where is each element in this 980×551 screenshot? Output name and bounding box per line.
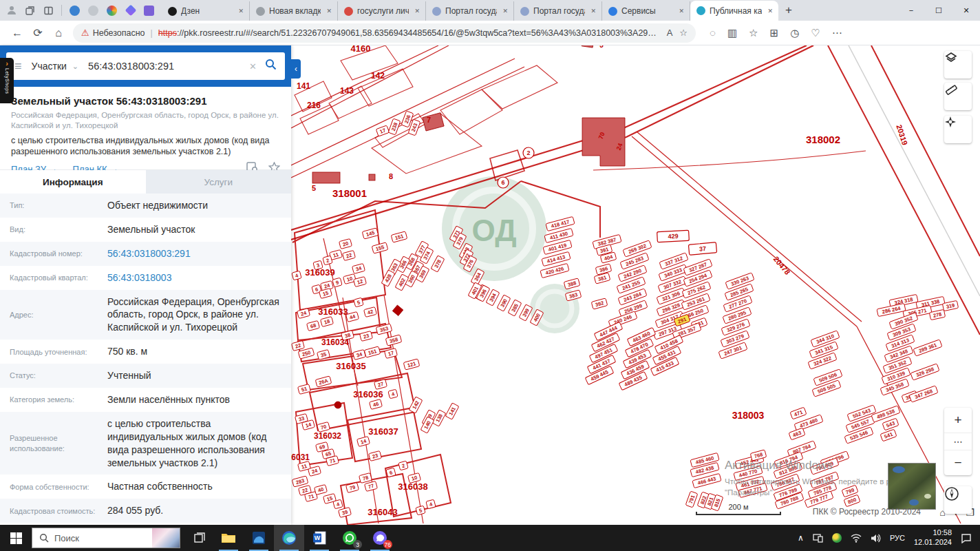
parcel-cell[interactable]: 34 xyxy=(353,350,366,360)
parcel-cell[interactable]: 4 xyxy=(292,271,301,280)
tray-expand-caret[interactable]: ∧ xyxy=(798,533,804,543)
parcel-cell[interactable]: 378 xyxy=(431,256,445,272)
search-daily-image[interactable] xyxy=(152,528,180,548)
parcel-cell[interactable]: 78 xyxy=(359,473,372,484)
browser-tab[interactable]: Новая вкладк✕ xyxy=(250,1,338,21)
settings-menu-icon[interactable]: ⋯ xyxy=(832,27,842,39)
minimize-button[interactable]: − xyxy=(897,0,925,21)
parcel-cell[interactable]: 22 xyxy=(343,251,356,261)
split-screen-icon[interactable]: ▥ xyxy=(727,27,737,39)
map-canvas[interactable]: ОД xyxy=(291,45,980,525)
parcel-cell[interactable]: 768 xyxy=(750,450,767,461)
extension-icon-grid[interactable] xyxy=(143,5,155,17)
parcel-cell[interactable]: 392 xyxy=(591,298,608,309)
browser-tab[interactable]: Публичная ка✕ xyxy=(690,1,778,21)
device-icon[interactable] xyxy=(813,533,823,543)
my-location-button[interactable] xyxy=(944,116,972,143)
parcel-cell[interactable]: 20 xyxy=(339,239,352,249)
parcel-cell[interactable]: 141 xyxy=(445,403,459,419)
parcel-cell[interactable]: 5 xyxy=(416,506,425,515)
parcel-cell[interactable]: 40 xyxy=(315,485,328,495)
parcel-cell[interactable]: 9 xyxy=(332,278,342,287)
parcel-cell[interactable]: 4 xyxy=(333,499,343,509)
clear-search-icon[interactable]: ✕ xyxy=(249,61,257,72)
parcel-cell[interactable]: 463 xyxy=(789,428,805,440)
parcel-cell[interactable]: 6 xyxy=(386,468,396,477)
compass-button[interactable] xyxy=(944,486,972,514)
parcel-cell[interactable]: 151 xyxy=(391,231,407,242)
collections-icon[interactable]: ⊞ xyxy=(770,27,779,39)
parcel-cell[interactable]: 22 xyxy=(292,341,305,351)
browser-essentials-icon[interactable]: ♡ xyxy=(811,27,820,39)
parcel-cell[interactable]: 250 xyxy=(298,348,315,359)
workspaces-icon[interactable] xyxy=(24,5,36,17)
wifi-icon[interactable] xyxy=(851,534,862,543)
url-field[interactable]: ⚠ Небезопасно | https://pkk.rosreestr.ru… xyxy=(73,23,696,43)
tab-information[interactable]: Информация xyxy=(0,170,146,194)
favorite-star-icon[interactable]: ☆ xyxy=(679,28,688,38)
extension-icon-color[interactable] xyxy=(106,5,118,17)
edge-browser-icon[interactable] xyxy=(274,525,304,551)
notification-center-icon[interactable] xyxy=(961,533,972,543)
parcel-cell[interactable]: 42 xyxy=(364,307,377,318)
back-button[interactable]: ← xyxy=(7,27,28,39)
parcel-cell[interactable]: 269 302 xyxy=(623,240,652,257)
refresh-button[interactable]: ⟳ xyxy=(28,26,48,39)
chevron-down-icon[interactable]: ⌄ xyxy=(72,62,78,71)
browser-tab[interactable]: Дзен✕ xyxy=(162,1,250,21)
parcel-cell[interactable]: 326 298 xyxy=(910,364,939,380)
layers-button[interactable] xyxy=(944,51,972,79)
road-parcel-circle[interactable]: 6 xyxy=(498,177,509,188)
favorites-icon[interactable]: ☆ xyxy=(749,27,758,39)
parcel-cell[interactable]: 543 xyxy=(882,418,899,430)
browser-tab[interactable]: Сервисы✕ xyxy=(602,1,690,21)
tab-services[interactable]: Услуги xyxy=(146,170,292,194)
row-value-link[interactable]: 56:43:0318003 xyxy=(107,271,284,284)
copilot-icon[interactable]: ◌ xyxy=(710,27,716,39)
parcel-cell[interactable]: 429 xyxy=(657,230,690,242)
parcel-cell[interactable]: 140 xyxy=(420,417,434,433)
parcel-cell[interactable]: 68 xyxy=(307,321,320,331)
measure-ruler-button[interactable] xyxy=(944,83,972,110)
volume-icon[interactable] xyxy=(871,534,881,543)
menu-hamburger-icon[interactable]: ≡ xyxy=(14,59,22,74)
minimap-thumbnail[interactable] xyxy=(888,463,936,510)
split-window-icon[interactable] xyxy=(43,5,54,17)
browser-tab[interactable]: Портал госуда✕ xyxy=(426,1,514,21)
search-icon[interactable] xyxy=(265,59,277,74)
history-icon[interactable]: ◷ xyxy=(790,27,799,39)
maximize-button[interactable]: ☐ xyxy=(925,0,952,21)
photos-app-icon[interactable] xyxy=(244,525,274,551)
parcel-cell[interactable]: 23 xyxy=(360,331,373,342)
parcel-cell[interactable]: 2 xyxy=(323,256,332,265)
parcel-cell[interactable]: 24 xyxy=(297,309,310,319)
parcel-cell[interactable]: 37 xyxy=(688,242,716,255)
parcel-cell[interactable]: 121 xyxy=(403,359,420,370)
whatsapp-icon[interactable]: 3 xyxy=(334,525,365,551)
parcel-cell[interactable]: 5 xyxy=(354,298,363,307)
road-parcel-circle[interactable]: 2 xyxy=(523,147,534,158)
parcel-cell[interactable]: 386 xyxy=(595,264,612,275)
parcel-cell[interactable]: 35 xyxy=(317,350,330,360)
read-aloud-icon[interactable]: A xyxy=(667,28,673,38)
parcel-cell[interactable]: 23 xyxy=(369,451,382,461)
parcel-cell[interactable]: 39 xyxy=(339,508,352,518)
parcel-cell[interactable]: 145 xyxy=(362,228,379,239)
search-bar[interactable]: ≡ Участки ⌄ ✕ xyxy=(6,52,285,80)
cadastral-map[interactable]: ОД xyxy=(291,45,980,525)
tab-close-icon[interactable]: ✕ xyxy=(677,6,685,16)
parcel-cell[interactable]: 289 361 xyxy=(913,340,942,356)
parcel-cell[interactable]: 4 xyxy=(426,499,436,509)
search-category-dropdown[interactable]: Участки xyxy=(32,61,67,72)
zoom-levels-button[interactable]: ⋯ xyxy=(944,433,972,450)
tab-close-icon[interactable]: ✕ xyxy=(325,6,333,16)
tab-close-icon[interactable]: ✕ xyxy=(589,6,597,16)
row-value-link[interactable]: 56:43:0318003:291 xyxy=(107,247,284,260)
parcel-cell[interactable]: 142 xyxy=(409,397,423,413)
tab-close-icon[interactable]: ✕ xyxy=(766,6,774,16)
parcel-cell[interactable]: 151 xyxy=(364,346,381,357)
zoom-out-button[interactable]: − xyxy=(944,450,972,475)
extension-icon-blue[interactable] xyxy=(69,5,81,17)
parcel-cell[interactable]: 26A xyxy=(315,376,332,387)
parcel-cell[interactable]: 381 xyxy=(594,273,610,284)
